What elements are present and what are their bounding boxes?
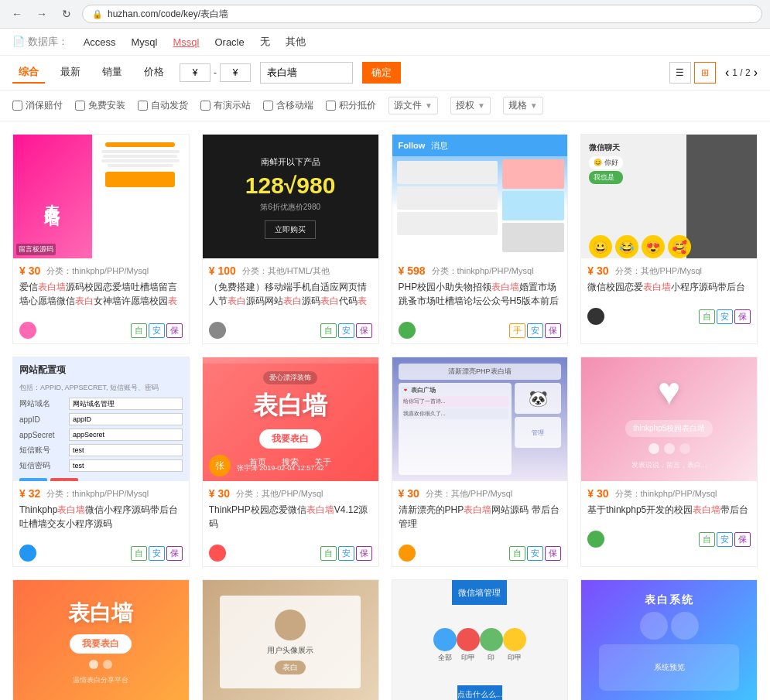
product-card-11[interactable]: 微信墙管理 全部 印甲 印 印甲: [392, 579, 569, 700]
tag-group-7: 自 安 保: [509, 546, 561, 561]
grid-view-button[interactable]: ⊞: [694, 62, 716, 84]
product-price-7: ¥ 30: [399, 487, 419, 500]
product-price-1: ¥ 30: [19, 265, 40, 277]
tag-an-5: 安: [149, 546, 165, 561]
avatar-6: [209, 545, 226, 562]
product-info-3: ¥ 598 分类：thinkphp/PHP/Mysql PHP校园小助失物招领表…: [392, 258, 568, 319]
filter-xiaobaopeifu[interactable]: 消保赔付: [12, 99, 63, 112]
search-button[interactable]: 确定: [362, 62, 401, 84]
filter-mianfei[interactable]: 免费安装: [75, 99, 125, 112]
product-thumb-8: ♥ thinkphp5校园表白墙 发表说说，留言，表白...: [581, 357, 757, 481]
product-price-4: ¥ 30: [587, 265, 608, 277]
page-info: 1 / 2: [732, 67, 750, 78]
product-thumb-9: 表白墙 我要表白 温情表白分享平台: [13, 580, 189, 700]
tag-zi-7: 自: [509, 546, 525, 561]
tab-price[interactable]: 价格: [138, 62, 170, 84]
db-other[interactable]: 其他: [286, 35, 306, 49]
product-info-2: ¥ 100 分类：其他/HTML/其他 （免费搭建）移动端手机自适应网页情人节表…: [203, 258, 378, 319]
browser-bar: ← → ↻ 🔒 huzhan.com/code/key/表白墙: [0, 0, 770, 29]
dropdown-source[interactable]: 源文件 ▼: [388, 97, 438, 114]
tab-sales[interactable]: 销量: [96, 62, 128, 84]
checkbox-jifen[interactable]: [326, 101, 336, 111]
tag-an-1: 安: [149, 323, 165, 338]
tag-group-3: 手 安 保: [509, 323, 561, 338]
product-title-3: PHP校园小助失物招领表白墙婚置市场跳蚤市场吐槽墙论坛公众号H5版本前后: [399, 280, 562, 308]
tag-an-6: 安: [338, 546, 354, 561]
avatar-1: [19, 322, 36, 339]
product-card-9[interactable]: 表白墙 我要表白 温情表白分享平台: [12, 579, 190, 700]
tag-bao-7: 保: [545, 546, 561, 561]
refresh-button[interactable]: ↻: [57, 5, 76, 23]
avatar-2: [209, 322, 226, 339]
products-grid: 表白墙 留言板源码 ¥ 30 分类：thinkphp/PHP/Mysql 爱信表…: [0, 121, 770, 700]
product-thumb-4: 微信聊天 😊 你好 我也是 😀 😂 😍 🥰: [581, 135, 757, 258]
product-thumb-3: Follow 消息: [392, 135, 568, 258]
product-info-6: ¥ 30 分类：其他/PHP/Mysql ThinkPHP校园恋爱微信表白墙V4…: [203, 481, 378, 541]
tab-comprehensive[interactable]: 综合: [12, 62, 45, 84]
tag-group-8: 自 安 保: [699, 532, 751, 547]
product-thumb-1: 表白墙 留言板源码: [13, 135, 189, 258]
tag-an-7: 安: [527, 546, 543, 561]
product-card-12[interactable]: 表白系统 系统预览: [580, 579, 758, 700]
product-card-bottom-6: 自 安 保: [203, 541, 378, 566]
filter-jifen[interactable]: 积分抵价: [326, 99, 376, 112]
avatar-3: [399, 322, 416, 339]
filter-yanshi[interactable]: 有演示站: [200, 99, 251, 112]
product-card-4[interactable]: 微信聊天 😊 你好 我也是 😀 😂 😍 🥰 ¥ 30 分类：其他/PHP/Mys…: [580, 134, 758, 344]
product-card-6[interactable]: 爱心漂浮装饰 表白墙 我要表白 首页搜索关于 张 张宇涛 2019-02-04 …: [202, 357, 379, 567]
checkbox-yanshi[interactable]: [200, 101, 210, 111]
product-card-10[interactable]: 用户头像展示 表白: [202, 579, 379, 700]
checkbox-mianfei[interactable]: [75, 101, 85, 111]
tag-group-1: 自 安 保: [131, 323, 183, 338]
avatar-4: [587, 308, 604, 325]
checkbox-zidong[interactable]: [138, 101, 148, 111]
product-card-8[interactable]: ♥ thinkphp5校园表白墙 发表说说，留言，表白... ¥ 30 分类：t…: [580, 357, 758, 567]
db-mssql[interactable]: Mssql: [173, 36, 199, 48]
product-card-bottom-2: 自 安 保: [203, 319, 378, 343]
dropdown-license-arrow: ▼: [477, 101, 485, 110]
price-separator: -: [214, 67, 217, 78]
tag-zi-6: 自: [320, 546, 337, 561]
tag-bao-1: 保: [166, 323, 183, 338]
tag-group-4: 自 安 保: [699, 309, 751, 324]
product-thumb-5: 网站配置项 包括：APPID, APPSECRET, 短信账号、密码 网站域名 …: [13, 357, 189, 481]
tag-bao-2: 保: [356, 323, 372, 338]
tag-an-8: 安: [717, 532, 733, 547]
dropdown-license[interactable]: 授权 ▼: [450, 97, 491, 114]
product-card-1[interactable]: 表白墙 留言板源码 ¥ 30 分类：thinkphp/PHP/Mysql 爱信表…: [12, 134, 190, 344]
product-card-7[interactable]: 清新漂亮PHP表白墙 💌 表白广场 给你写了一首诗... 我喜欢你很久了... …: [392, 357, 569, 567]
price-to-input[interactable]: [220, 63, 251, 82]
filter-zidong[interactable]: 自动发货: [138, 99, 188, 112]
grid-icon: ⊞: [701, 67, 709, 78]
dropdown-spec[interactable]: 规格 ▼: [503, 97, 543, 114]
filter-checkboxes: 消保赔付 免费安装 自动发货 有演示站 含移动端 积分抵价 源文件 ▼ 授权 ▼…: [0, 90, 770, 121]
back-button[interactable]: ←: [8, 5, 26, 23]
db-access[interactable]: Access: [84, 36, 116, 48]
db-mysql[interactable]: Mysql: [132, 36, 158, 48]
tag-group-5: 自 安 保: [131, 546, 183, 561]
tag-zi-5: 自: [131, 546, 147, 561]
product-card-5[interactable]: 网站配置项 包括：APPID, APPSECRET, 短信账号、密码 网站域名 …: [12, 357, 190, 567]
product-category-3: 分类：thinkphp/PHP/Mysql: [432, 265, 534, 277]
product-card-bottom-4: 自 安 保: [581, 305, 757, 330]
db-oracle[interactable]: Oracle: [214, 36, 244, 48]
prev-page-button[interactable]: ‹: [725, 66, 729, 80]
price-from-input[interactable]: [180, 63, 210, 82]
next-page-button[interactable]: ›: [754, 66, 758, 80]
product-card-2[interactable]: 南鲜开以下产品 128√980 第6折优惠价2980 立即购买 ¥ 100 分类…: [202, 134, 379, 344]
checkbox-xiaobaopeifu[interactable]: [12, 101, 22, 111]
tag-zi-4: 自: [699, 309, 715, 324]
product-info-1: ¥ 30 分类：thinkphp/PHP/Mysql 爱信表白墙源码校园恋爱墙吐…: [13, 258, 189, 319]
product-card-bottom-3: 手 安 保: [392, 319, 568, 343]
db-none[interactable]: 无: [260, 35, 270, 49]
tab-newest[interactable]: 最新: [54, 62, 87, 84]
product-card-3[interactable]: Follow 消息: [392, 134, 569, 344]
list-view-button[interactable]: ☰: [669, 62, 691, 84]
url-bar[interactable]: 🔒 huzhan.com/code/key/表白墙: [82, 5, 762, 23]
checkbox-yidong[interactable]: [263, 101, 273, 111]
filter-yidong[interactable]: 含移动端: [263, 99, 313, 112]
forward-button[interactable]: →: [33, 5, 51, 23]
tag-group-6: 自 安 保: [320, 546, 372, 561]
product-category-5: 分类：thinkphp/PHP/Mysql: [46, 488, 149, 500]
search-input[interactable]: [260, 62, 353, 84]
